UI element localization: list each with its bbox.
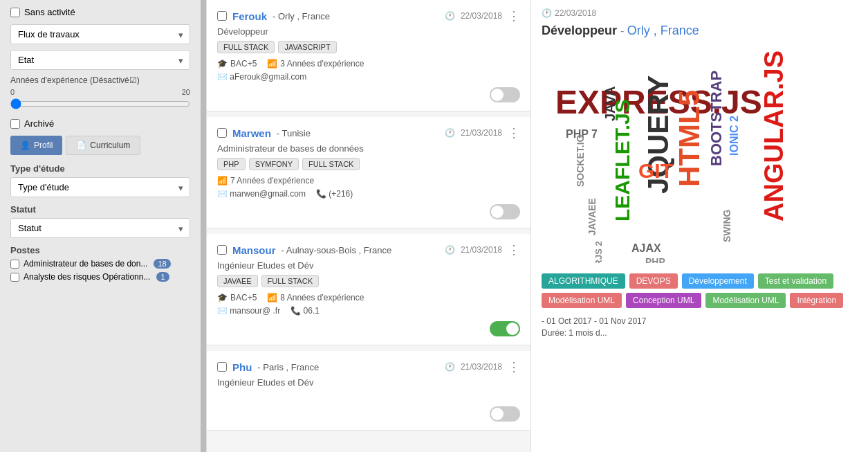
card-select-checkbox[interactable] bbox=[217, 245, 227, 255]
flux-select[interactable]: Flux de travaux bbox=[10, 24, 190, 44]
skill-tag[interactable]: DEVOPS bbox=[629, 273, 678, 289]
skill-tag[interactable]: Développement bbox=[682, 273, 754, 289]
skill-tag[interactable]: Modélisation UML bbox=[705, 293, 786, 308]
skill-tag[interactable]: Conception UML bbox=[626, 293, 701, 308]
candidate-tags: FULL STACKJAVASCRIPT bbox=[217, 41, 520, 53]
type-etude-select-wrapper: Type d'étude bbox=[10, 177, 190, 197]
candidate-date: 21/03/2018 bbox=[461, 245, 502, 255]
candidate-card[interactable]: Mansour - Aulnay-sous-Bois , France 🕐 21… bbox=[207, 234, 530, 345]
statut-select[interactable]: Statut bbox=[10, 218, 190, 238]
date-clock-icon: 🕐 bbox=[445, 245, 455, 255]
word-cloud-word: AJAX bbox=[631, 242, 661, 255]
profil-button[interactable]: 👤 Profil bbox=[10, 136, 62, 155]
skill-tag[interactable]: Intégration bbox=[790, 293, 843, 308]
skill-tag[interactable]: Test et validation bbox=[758, 273, 833, 289]
candidate-tag: FULL STACK bbox=[261, 275, 319, 287]
candidate-location: - Aulnay-sous-Bois , France bbox=[281, 245, 392, 255]
right-date: 🕐 22/03/2018 bbox=[542, 8, 858, 18]
candidate-name[interactable]: Ferouk bbox=[232, 10, 267, 22]
dots-menu[interactable]: ⋮ bbox=[508, 242, 520, 257]
mortarboard-icon: 🎓 bbox=[217, 59, 228, 69]
email-icon: ✉️ bbox=[217, 306, 228, 316]
candidate-card[interactable]: Phu - Paris , France 🕐 21/03/2018 ⋮ Ingé… bbox=[207, 351, 530, 431]
candidate-title: Ingénieur Etudes et Dév bbox=[217, 260, 520, 271]
toggle-knob bbox=[506, 323, 519, 335]
postes-checkbox[interactable] bbox=[10, 273, 19, 282]
candidate-tag: PHP bbox=[217, 158, 246, 170]
archive-label: Archivé bbox=[24, 118, 54, 129]
candidate-toggle[interactable] bbox=[490, 321, 520, 336]
word-cloud-word: LEAFLET.JS bbox=[611, 99, 634, 222]
candidate-toggle[interactable] bbox=[490, 87, 520, 102]
statut-select-wrapper: Statut bbox=[10, 218, 190, 238]
phone-info: 📞 06.1 bbox=[290, 306, 320, 316]
date-clock-icon: 🕐 bbox=[445, 11, 455, 21]
card-select-checkbox[interactable] bbox=[217, 128, 227, 138]
clock-icon: 🕐 bbox=[542, 8, 552, 18]
candidate-toggle[interactable] bbox=[490, 406, 520, 422]
word-cloud-word: ANGULAR.JS bbox=[759, 51, 789, 222]
candidate-tag: SYMFONY bbox=[249, 158, 299, 170]
candidate-tags: JAVAEEFULL STACK bbox=[217, 275, 520, 287]
card-select-checkbox[interactable] bbox=[217, 11, 227, 21]
word-cloud-word: HTML5 bbox=[673, 90, 706, 187]
email-info: ✉️ marwen@gmail.com bbox=[217, 189, 306, 199]
dots-menu[interactable]: ⋮ bbox=[508, 359, 520, 374]
word-cloud-word: BOOTSTRAP bbox=[708, 71, 726, 166]
candidate-card[interactable]: Ferouk - Orly , France 🕐 22/03/2018 ⋮ Dé… bbox=[207, 0, 530, 111]
archive-row: Archivé bbox=[10, 118, 190, 129]
word-cloud-word: PHP bbox=[645, 256, 665, 263]
candidate-location: - Orly , France bbox=[273, 11, 330, 21]
etat-select[interactable]: Etat bbox=[10, 50, 190, 70]
card-info: 🎓 BAC+5 📶 8 Années d'expérience bbox=[217, 293, 520, 302]
etat-select-wrapper: Etat bbox=[10, 50, 190, 70]
curriculum-button[interactable]: 📄 Curriculum bbox=[66, 136, 140, 155]
card-select-checkbox[interactable] bbox=[217, 362, 227, 372]
word-cloud-word: SOCKET.IO bbox=[575, 135, 586, 187]
postes-checkbox[interactable] bbox=[10, 260, 19, 269]
toggle-container bbox=[217, 406, 520, 422]
candidate-title: Développeur bbox=[217, 26, 520, 37]
phone-icon: 📞 bbox=[290, 306, 301, 316]
skill-tag[interactable]: Modélisation UML bbox=[542, 293, 622, 308]
card-info: 📶 7 Années d'expérience bbox=[217, 176, 520, 186]
candidate-date: 21/03/2018 bbox=[461, 128, 502, 138]
card-header-left: Phu - Paris , France bbox=[217, 361, 319, 373]
candidate-name[interactable]: Mansour bbox=[232, 244, 276, 256]
card-header: Mansour - Aulnay-sous-Bois , France 🕐 21… bbox=[217, 242, 520, 257]
candidate-name[interactable]: Marwen bbox=[232, 127, 271, 139]
email-info: ✉️ aFerouk@gmail.com bbox=[217, 72, 306, 82]
candidate-toggle[interactable] bbox=[490, 204, 520, 219]
phone-icon: 📞 bbox=[316, 189, 326, 199]
archive-checkbox[interactable] bbox=[10, 119, 20, 129]
postes-item: Analyste des risques Opérationn...1 bbox=[10, 272, 190, 282]
right-panel: 🕐 22/03/2018 Développeur - Orly , France… bbox=[531, 0, 868, 452]
toggle-knob bbox=[491, 89, 504, 101]
experience-range-section: Années d'expérience (Désactivé☑) 0 20 bbox=[10, 75, 190, 111]
scroll-divider bbox=[201, 0, 206, 452]
dots-menu[interactable]: ⋮ bbox=[508, 8, 520, 24]
bar-icon: 📶 bbox=[267, 59, 277, 69]
skill-tag[interactable]: ALGORITHMIQUE bbox=[542, 273, 625, 289]
mortarboard-icon: 🎓 bbox=[217, 293, 228, 302]
exp-line-2: Durée: 1 mois d... bbox=[542, 328, 858, 338]
toggle-container bbox=[217, 204, 520, 219]
sans-activite-label: Sans activité bbox=[24, 7, 75, 17]
middle-panel: Ferouk - Orly , France 🕐 22/03/2018 ⋮ Dé… bbox=[206, 0, 531, 452]
candidate-tag: FULL STACK bbox=[302, 158, 360, 170]
sans-activite-checkbox[interactable] bbox=[10, 8, 20, 17]
card-header-right: 🕐 22/03/2018 ⋮ bbox=[445, 8, 520, 24]
dots-menu[interactable]: ⋮ bbox=[508, 125, 520, 141]
postes-badge: 1 bbox=[156, 272, 169, 282]
candidate-name[interactable]: Phu bbox=[232, 361, 252, 373]
type-etude-select[interactable]: Type d'étude bbox=[10, 177, 190, 197]
range-labels: 0 20 bbox=[10, 88, 190, 96]
email-icon: ✉️ bbox=[217, 189, 228, 199]
postes-section-label: Postes bbox=[10, 245, 190, 255]
bar-icon: 📶 bbox=[267, 293, 277, 302]
card-header-left: Mansour - Aulnay-sous-Bois , France bbox=[217, 244, 391, 256]
experience-range-input[interactable] bbox=[10, 98, 190, 109]
email-icon: ✉️ bbox=[217, 72, 228, 82]
candidate-card[interactable]: Marwen - Tunisie 🕐 21/03/2018 ⋮ Administ… bbox=[207, 117, 530, 228]
right-title-job: Développeur bbox=[542, 24, 617, 37]
